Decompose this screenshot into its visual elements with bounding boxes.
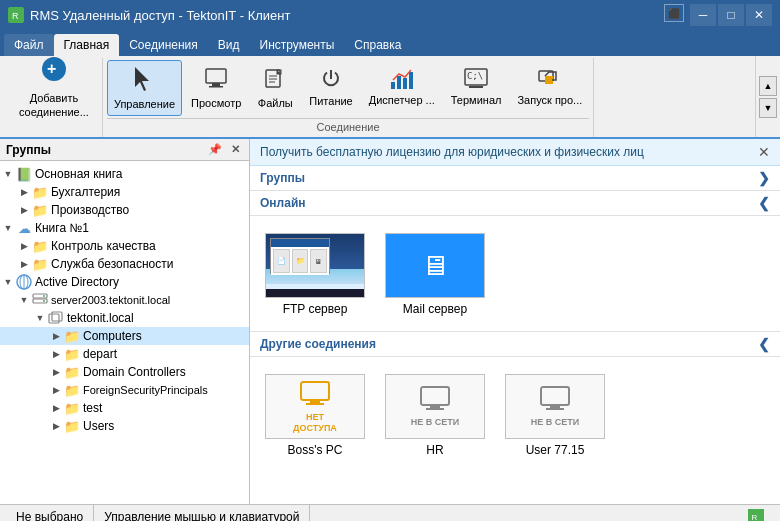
tree-item-test[interactable]: ▶ 📁 test (0, 399, 249, 417)
svg-rect-40 (546, 408, 564, 410)
mail-connection-card[interactable]: 🖥 Mail сервер (380, 226, 490, 323)
tree-label: Domain Controllers (83, 365, 186, 379)
online-section-header[interactable]: Онлайн ❮ (250, 191, 780, 216)
user77-card[interactable]: НЕ В СЕТИ User 77.15 (500, 367, 610, 464)
add-icon: + (40, 55, 68, 90)
expander-ad[interactable]: ▼ (0, 274, 16, 290)
tree-item-dc[interactable]: ▶ 📁 Domain Controllers (0, 363, 249, 381)
power-button[interactable]: Питание (302, 60, 359, 116)
menu-home[interactable]: Главная (54, 34, 120, 56)
info-banner: Получить бесплатную лицензию для юридиче… (250, 139, 780, 166)
cloud-icon: ☁ (16, 220, 32, 236)
folder-icon: 📁 (32, 256, 48, 272)
tree-item-fsp[interactable]: ▶ 📁 ForeignSecurityPrincipals (0, 381, 249, 399)
terminal-button[interactable]: C:\ Терминал (444, 60, 509, 116)
folder-icon: 📁 (64, 400, 80, 416)
domain-icon (48, 310, 64, 326)
menu-view[interactable]: Вид (208, 34, 250, 56)
tree-item-users[interactable]: ▶ 📁 Users (0, 417, 249, 435)
tree-item-buh[interactable]: ▶ 📁 Бухгалтерия (0, 183, 249, 201)
expander-server[interactable]: ▼ (16, 292, 32, 308)
bosss-pc-thumb: НЕТДОСТУПА (265, 374, 365, 439)
menu-help[interactable]: Справка (344, 34, 411, 56)
svg-rect-35 (421, 387, 449, 405)
close-button[interactable]: ✕ (746, 4, 772, 26)
folder-computers-icon: 📁 (64, 328, 80, 344)
tree-label: Производство (51, 203, 129, 217)
expander-computers[interactable]: ▶ (48, 328, 64, 344)
hr-thumb: НЕ В СЕТИ (385, 374, 485, 439)
user77-label: User 77.15 (526, 443, 585, 457)
monitor-nonet2-icon (539, 385, 571, 413)
expander-buh[interactable]: ▶ (16, 184, 32, 200)
groups-panel-header: Группы 📌 ✕ (0, 139, 249, 161)
tree-label: Служба безопасности (51, 257, 173, 271)
tree-item-ad[interactable]: ▼ Active Directory (0, 273, 249, 291)
files-button[interactable]: Файлы (250, 60, 300, 116)
restore-icon-btn[interactable]: ⬛ (664, 4, 684, 22)
bosss-pc-card[interactable]: НЕТДОСТУПА Boss's PC (260, 367, 370, 464)
tree-item-depart[interactable]: ▶ 📁 depart (0, 345, 249, 363)
tree-label: ForeignSecurityPrincipals (83, 384, 208, 396)
expander-osnovnaya[interactable]: ▼ (0, 166, 16, 182)
tree-item-server[interactable]: ▼ server2003.tektonit.local (0, 291, 249, 309)
pin-button[interactable]: 📌 (205, 142, 225, 157)
tree-item-osnovnaya[interactable]: ▼ 📗 Основная книга (0, 165, 249, 183)
info-banner-close[interactable]: ✕ (758, 144, 770, 160)
ribbon-scroll-up[interactable]: ▲ (759, 76, 777, 96)
svg-text:C:\: C:\ (467, 71, 483, 81)
tree-item-kniga1[interactable]: ▼ ☁ Книга №1 (0, 219, 249, 237)
expander-security[interactable]: ▶ (16, 256, 32, 272)
svg-rect-5 (206, 69, 226, 83)
server-icon (32, 292, 48, 308)
preview-button[interactable]: Просмотр (184, 60, 248, 116)
maximize-button[interactable]: □ (718, 4, 744, 26)
bosss-pc-label: Boss's PC (288, 443, 343, 457)
tree-item-computers[interactable]: ▶ 📁 Computers (0, 327, 249, 345)
minimize-button[interactable]: ─ (690, 4, 716, 26)
expander-tektonit[interactable]: ▼ (32, 310, 48, 326)
groups-label: Группы (6, 143, 51, 157)
terminal-icon: C:\ (464, 68, 488, 92)
svg-rect-31 (52, 312, 62, 321)
launch-button[interactable]: Запуск про... (510, 60, 589, 116)
expander-quality[interactable]: ▶ (16, 238, 32, 254)
expander-fsp[interactable]: ▶ (48, 382, 64, 398)
svg-text:+: + (47, 60, 56, 77)
status-icon: R (738, 505, 774, 521)
expander-depart[interactable]: ▶ (48, 346, 64, 362)
tree-item-quality[interactable]: ▶ 📁 Контроль качества (0, 237, 249, 255)
svg-rect-36 (430, 405, 440, 408)
expander-kniga1[interactable]: ▼ (0, 220, 16, 236)
svg-rect-15 (403, 78, 407, 89)
svg-rect-20 (469, 86, 483, 88)
tree-label: Контроль качества (51, 239, 156, 253)
folder-icon: 📁 (64, 346, 80, 362)
manage-button[interactable]: Управление (107, 60, 182, 116)
tree-item-production[interactable]: ▶ 📁 Производство (0, 201, 249, 219)
groups-section-header[interactable]: Группы ❯ (250, 166, 780, 191)
expander-users[interactable]: ▶ (48, 418, 64, 434)
tree-item-security[interactable]: ▶ 📁 Служба безопасности (0, 255, 249, 273)
manage-label: Управление (114, 98, 175, 111)
status-bar: Не выбрано Управление мышью и клавиатуро… (0, 504, 780, 521)
dispatcher-button[interactable]: Диспетчер ... (362, 60, 442, 116)
tree-item-tektonit[interactable]: ▼ tektonit.local (0, 309, 249, 327)
panel-close-button[interactable]: ✕ (228, 142, 243, 157)
hr-card[interactable]: НЕ В СЕТИ HR (380, 367, 490, 464)
add-connection-button[interactable]: + Добавитьсоединение... (12, 58, 96, 116)
folder-icon: 📁 (32, 184, 48, 200)
book-icon: 📗 (16, 166, 32, 182)
menu-tools[interactable]: Инструменты (250, 34, 345, 56)
files-icon (263, 66, 287, 95)
other-section-header[interactable]: Другие соединения ❮ (250, 331, 780, 357)
svg-rect-6 (212, 83, 220, 86)
expander-test[interactable]: ▶ (48, 400, 64, 416)
power-label: Питание (309, 95, 352, 108)
menu-connections[interactable]: Соединения (119, 34, 208, 56)
ribbon-scroll-down[interactable]: ▼ (759, 98, 777, 118)
menu-file[interactable]: Файл (4, 34, 54, 56)
expander-dc[interactable]: ▶ (48, 364, 64, 380)
ftp-connection-card[interactable]: 📄 📁 🖥 FTP сервер (260, 226, 370, 323)
expander-production[interactable]: ▶ (16, 202, 32, 218)
